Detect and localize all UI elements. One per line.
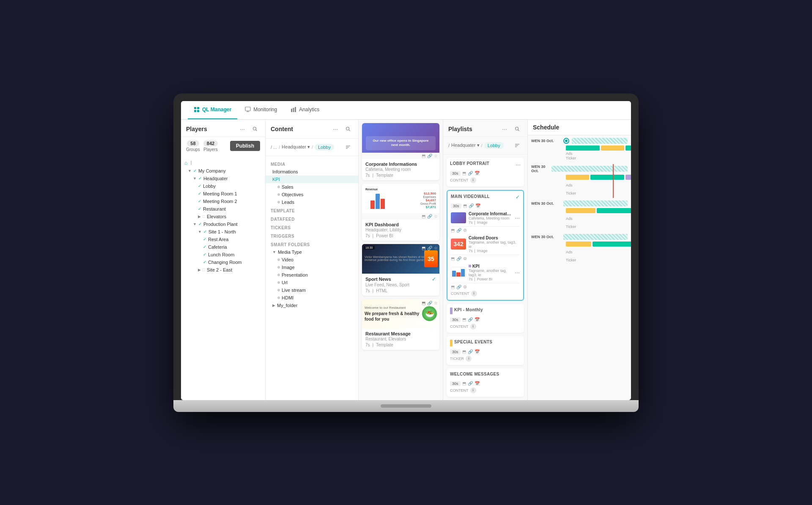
pl-se-badge: 30s ⬒ 🔗 📅 [450,348,521,356]
media-nav-kpi[interactable]: KPI [266,176,358,183]
tree-restaurant[interactable]: ✓ Restaurant [181,205,265,213]
day-header-3: WEN 30 Oct. [531,200,628,206]
tree-site2[interactable]: ▶ □ Site 2 - East [181,266,265,274]
players-more-btn[interactable]: ··· [237,124,247,134]
tree-meeting2[interactable]: ✓ Meeting Room 2 [181,198,265,205]
pl-lp-more[interactable]: ··· [516,161,521,168]
svg-line-13 [349,129,350,131]
media-nav-section: MEDIA Informations KPI Sales [266,156,358,400]
kpi-mini-bar2 [456,272,460,277]
content-more-btn[interactable]: ··· [330,124,340,134]
tab-monitoring[interactable]: Monitoring [239,101,283,120]
smart-presentation[interactable]: Presentation [266,271,358,279]
tree-lunchroom[interactable]: ✓ Lunch Room [181,251,265,258]
tree-home[interactable]: ⌂ [181,159,265,167]
media-nav-sales[interactable]: Sales [266,183,358,191]
tree-production[interactable]: ▼ ✓ Production Plant [181,220,265,228]
ticker-row-4: Ticker [531,255,628,263]
pl-se-info: ℹ [466,356,472,362]
tree-restarea[interactable]: ✓ Rest Area [181,236,265,243]
card-title-kpi: KPI Dashboard [365,222,436,227]
card-body-corporate: Corporate Informations Cafeteria, Meetin… [362,159,439,180]
pl-kpim-title: KPI - Monthly [454,307,483,312]
pl-tag-corp: Cafeteria, Meeting room [469,216,512,220]
playlists-search-btn[interactable] [512,124,522,134]
content-card-sportnews: Victor Wembanyama has shown flashes of h… [362,244,439,296]
pl-corp-act1: ⬒ [451,228,455,233]
home-icon: ⌂ [184,160,187,166]
tree-meeting1[interactable]: ✓ Meeting Room 1 [181,190,265,198]
pl-info-corporate: Corporate Informations Cafeteria, Meetin… [469,211,512,225]
tree-site1[interactable]: ▼ ✓ Site 1 - North [181,228,265,236]
media-nav-informations[interactable]: Informations [266,168,358,176]
players-count-badge: 842 Players [203,140,218,152]
content-search-btn[interactable] [343,124,353,134]
schedule-panel: Schedule WEN 30 Oct. [528,120,631,400]
pl-item-kpi: KPI Tagname, another tag, tag3, ie 7s | … [451,262,520,283]
smart-livestream[interactable]: Live stream [266,286,358,294]
pl-sort-btn[interactable] [512,140,522,151]
breadcrumb-hq[interactable]: Headquater ▾ [282,144,310,150]
tree-headquater[interactable]: ▼ ✓ Headquater [181,175,265,182]
smart-myfolder[interactable]: ▶ My_folder [266,302,358,309]
pl-lp-icon2: 🔗 [468,171,473,176]
tab-analytics[interactable]: Analytics [285,101,325,120]
tree-label-meeting2: Meeting Room 2 [203,199,237,204]
media-nav-leads[interactable]: Leads [266,198,358,206]
rest-icon2: 🔗 [427,301,432,305]
ads-label-4: Ads [566,250,573,254]
tree-my-company[interactable]: ▼ ✓ My Company [181,167,265,175]
top-nav: QL Manager Monitoring [181,101,631,120]
players-search-btn[interactable] [250,124,260,134]
breadcrumb-lobby[interactable]: Lobby [315,144,334,151]
schedule-scroll[interactable]: WEN 30 Oct. [528,135,631,400]
card-img-news: Victor Wembanyama has shown flashes of h… [362,244,439,274]
smart-folder-media-type[interactable]: ▼ Media Type [266,248,358,256]
sbar-yellow-1 [601,145,624,151]
schedule-day-wen30-2: WEN 30 Oct. [531,165,628,196]
players-actions: ··· [237,124,260,134]
expand-icon-elev: ▶ [198,214,201,219]
svg-line-11 [256,129,257,131]
tree-label-elevators: Elevators [207,214,226,219]
playlists-more-btn[interactable]: ··· [499,124,510,134]
tree-label-site1: Site 1 - North [208,229,236,234]
card-body-news: Sport News ✓ Live Feed, News, Sport 7s |… [362,274,439,296]
smart-image[interactable]: Image [266,263,358,271]
schedule-day-wen30-3: WEN 30 Oct. Ads [531,200,628,230]
media-nav-objectives[interactable]: Objectives [266,191,358,198]
card-duration-corporate: 7s [365,173,370,178]
dot-ls [277,289,280,291]
content-nav-header: Content ··· [266,120,358,139]
sbar-green-4 [593,242,631,247]
card-title-news: Sport News [365,277,391,282]
svg-rect-3 [197,110,199,112]
tree-cafeteria[interactable]: ✓ Cafeteria [181,243,265,251]
pl-breadcrumb-hq[interactable]: Headquater ▾ [451,143,480,148]
pl-breadcrumb-lobby[interactable]: Lobby [484,142,504,149]
pl-lp-content-label: CONTENT [450,178,469,182]
playlists-actions: ··· [499,124,522,134]
day-label-1: WEN 30 Oct. [531,139,561,143]
tree-lobby[interactable]: ✓ Lobby [181,182,265,190]
pl-wm-icon1: ⬒ [462,381,466,386]
smart-url[interactable]: Url [266,279,358,286]
tab-ql-manager[interactable]: QL Manager [188,101,237,120]
news-verified: ✓ [432,276,436,282]
content-sort-btn[interactable] [343,142,353,152]
svg-point-10 [253,127,256,130]
sbar-green-2 [590,175,624,180]
card-sep2: | [373,233,374,238]
kpi-bar2 [370,200,375,209]
day-header-2: WEN 30 Oct. [531,165,628,173]
playlist-special-events: SPECIAL EVENTS 30s ⬒ 🔗 📅 TICKER [447,336,524,365]
smart-hdmi[interactable]: HDMI [266,294,358,302]
smart-video[interactable]: Video [266,256,358,263]
pl-item-corp-more[interactable]: ··· [515,214,520,221]
tree-changingroom[interactable]: ✓ Changing Room [181,258,265,266]
schedule-header: Schedule [528,120,631,135]
publish-button[interactable]: Publish [230,141,260,151]
pl-kpi-more[interactable]: ··· [515,269,520,276]
news-icon1: ⬒ [422,246,425,250]
tree-elevators[interactable]: ▶ □ Elevators [181,213,265,220]
